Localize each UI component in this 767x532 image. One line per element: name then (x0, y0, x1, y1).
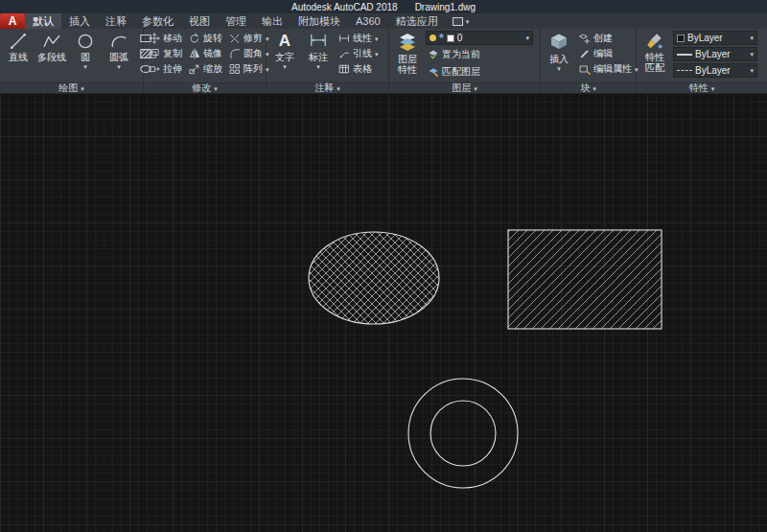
layers-panel-footer[interactable]: 图层▾ (389, 83, 541, 93)
chevron-down-icon: ▾ (81, 85, 84, 92)
drawing-shapes-layer (0, 93, 767, 532)
match-layer-button[interactable]: 匹配图层 (426, 64, 533, 80)
match-properties-button[interactable]: 特性匹配 (639, 31, 670, 74)
rect-shape[interactable] (508, 230, 662, 329)
circle-shape[interactable] (408, 379, 518, 488)
match-properties-icon (645, 32, 664, 51)
logo-glyph: A (9, 14, 17, 28)
autocad-logo-icon[interactable]: A (0, 13, 25, 29)
stretch-label: 拉伸 (163, 61, 182, 77)
layer-properties-label: 图层特性 (396, 54, 419, 75)
rotate-button[interactable]: 旋转 (187, 31, 224, 46)
leader-button[interactable]: 引线 ▾ (337, 46, 381, 61)
insert-block-button[interactable]: 插入 ▾ (544, 31, 574, 73)
layer-select-dropdown[interactable]: * 0 ▾ (426, 31, 533, 45)
arc-button[interactable]: 圆弧 ▾ (104, 31, 134, 71)
create-block-button[interactable]: 创建 (577, 31, 640, 46)
lineweight-value: ByLayer (695, 49, 731, 59)
ribbon-tab-bar: A 默认 插入 注释 参数化 视图 管理 输出 附加模块 A360 精选应用 ▾ (0, 13, 767, 29)
create-block-label: 创建 (593, 31, 613, 46)
move-label: 移动 (163, 31, 182, 46)
panel-block: 插入 ▾ 创建 编辑 (541, 29, 637, 82)
mirror-button[interactable]: 镜像 (187, 46, 224, 61)
chevron-down-icon: ▾ (83, 63, 87, 70)
ellipse-shape[interactable] (309, 232, 439, 324)
circle-icon (76, 32, 95, 51)
stretch-button[interactable]: 拉伸 (147, 61, 184, 77)
tab-featured-apps[interactable]: 精选应用 (388, 13, 446, 29)
tab-default[interactable]: 默认 (25, 13, 61, 29)
app-title: Autodesk AutoCAD 2018 (291, 2, 398, 12)
copy-button[interactable]: 复制 (147, 46, 184, 61)
chevron-down-icon: ▾ (474, 85, 477, 92)
polyline-button[interactable]: 多段线 (36, 31, 67, 63)
chevron-down-icon: ▾ (750, 35, 754, 41)
edit-attributes-button[interactable]: 编辑属性 ▾ (577, 61, 640, 77)
scale-label: 缩放 (203, 61, 222, 77)
chevron-down-icon: ▾ (525, 35, 529, 41)
circle-shape[interactable] (430, 401, 496, 466)
circle-label: 圆 (81, 52, 90, 62)
circle-button[interactable]: 圆 ▾ (70, 31, 101, 71)
scale-button[interactable]: 缩放 (187, 61, 224, 77)
dimension-button[interactable]: 标注 ▾ (303, 31, 334, 71)
insert-block-icon (548, 32, 569, 53)
copy-label: 复制 (163, 46, 182, 61)
tab-output[interactable]: 输出 (254, 13, 291, 29)
ribbon-display-toggle[interactable]: ▾ (446, 13, 476, 29)
document-title: Drawing1.dwg (415, 2, 476, 12)
make-current-button[interactable]: 置为当前 (426, 47, 533, 62)
trim-icon (229, 33, 241, 44)
tab-manage[interactable]: 管理 (218, 13, 254, 29)
tab-annotate[interactable]: 注释 (98, 13, 134, 29)
tab-view[interactable]: 视图 (181, 13, 218, 29)
text-button[interactable]: A 文字 ▾ (269, 31, 300, 71)
text-icon: A (279, 32, 291, 51)
match-layer-icon (428, 66, 439, 78)
tab-add-ins[interactable]: 附加模块 (291, 13, 348, 29)
object-color-dropdown[interactable]: ByLayer ▾ (673, 31, 757, 45)
text-label: 文字 (275, 52, 294, 62)
lineweight-dropdown[interactable]: ByLayer ▾ (673, 47, 757, 61)
table-button[interactable]: 表格 (337, 61, 381, 77)
panel-footer-row: 绘图▾ 修改▾ 注释▾ 图层▾ 块▾ 特性▾ (0, 82, 767, 93)
insert-block-label: 插入 (549, 54, 569, 64)
linear-dimension-button[interactable]: 线性 ▾ (337, 31, 381, 46)
line-button[interactable]: 直线 (3, 31, 34, 63)
autocad-window: Autodesk AutoCAD 2018 Drawing1.dwg A 默认 … (0, 0, 767, 532)
tab-insert[interactable]: 插入 (61, 13, 98, 29)
linetype-dropdown[interactable]: ByLayer ▾ (673, 63, 757, 78)
block-panel-footer[interactable]: 块▾ (541, 83, 637, 93)
edit-block-button[interactable]: 编辑 (577, 46, 640, 61)
table-label: 表格 (353, 61, 372, 77)
chevron-down-icon: ▾ (750, 67, 754, 74)
tab-a360[interactable]: A360 (348, 13, 388, 29)
make-current-label: 置为当前 (442, 47, 480, 62)
block-footer-label: 块 (580, 83, 590, 93)
model-space-canvas[interactable] (0, 93, 767, 532)
draw-footer-label: 绘图 (58, 83, 78, 93)
titlebar: Autodesk AutoCAD 2018 Drawing1.dwg (0, 0, 767, 13)
annotate-panel-footer[interactable]: 注释▾ (267, 83, 389, 93)
match-layer-label: 匹配图层 (442, 64, 480, 80)
modify-panel-footer[interactable]: 修改▾ (144, 83, 267, 93)
tab-parametric[interactable]: 参数化 (134, 13, 181, 29)
layer-properties-button[interactable]: 图层特性 (392, 31, 423, 76)
chevron-down-icon: ▾ (375, 35, 379, 42)
fillet-button[interactable]: 圆角 ▾ (227, 46, 271, 61)
properties-panel-footer[interactable]: 特性▾ (637, 83, 767, 93)
edit-block-label: 编辑 (593, 46, 613, 61)
edit-attributes-icon (579, 63, 591, 75)
array-button[interactable]: 阵列 ▾ (227, 61, 271, 77)
polyline-icon (42, 32, 61, 51)
dimension-icon (309, 32, 328, 51)
panel-modify: 移动 复制 拉伸 (144, 29, 267, 82)
trim-button[interactable]: 修剪 ▾ (227, 31, 271, 46)
fillet-label: 圆角 (244, 46, 263, 61)
chevron-down-icon: ▾ (557, 65, 561, 72)
line-label: 直线 (9, 52, 28, 62)
draw-panel-footer[interactable]: 绘图▾ (0, 83, 144, 93)
linetype-sample-icon (677, 70, 692, 71)
chevron-down-icon: ▾ (283, 63, 287, 70)
move-button[interactable]: 移动 (147, 31, 184, 46)
